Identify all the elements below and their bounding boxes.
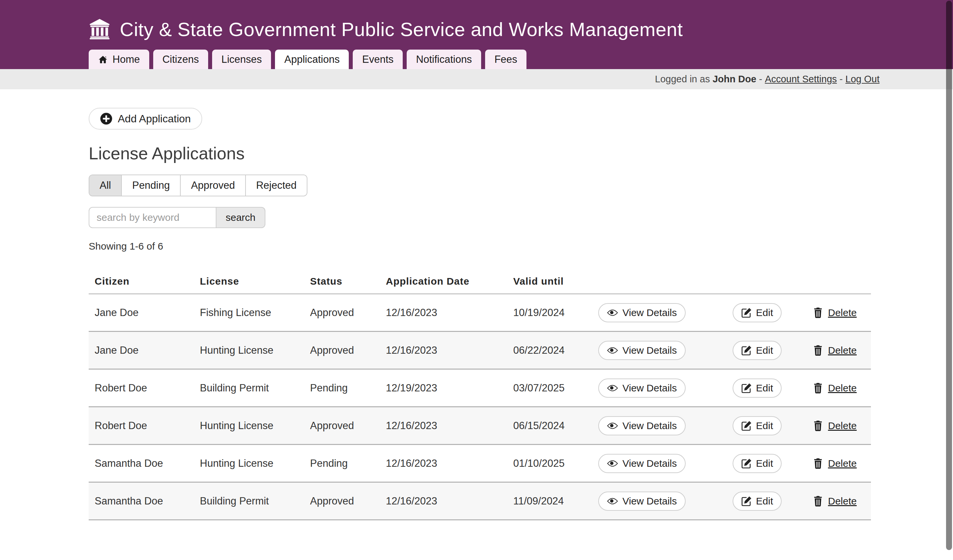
row-actions: View Details Edit bbox=[597, 454, 871, 473]
cell-license: Fishing License bbox=[200, 307, 310, 319]
view-details-button[interactable]: View Details bbox=[598, 416, 686, 435]
view-details-button[interactable]: View Details bbox=[598, 492, 686, 511]
applications-table: Citizen License Status Application Date … bbox=[88, 269, 871, 520]
edit-button[interactable]: Edit bbox=[733, 341, 782, 360]
home-icon bbox=[98, 54, 108, 65]
trash-icon bbox=[813, 307, 823, 318]
pencil-square-icon bbox=[741, 496, 752, 506]
edit-label: Edit bbox=[756, 382, 773, 394]
view-details-label: View Details bbox=[622, 495, 677, 507]
cell-citizen: Jane Doe bbox=[95, 307, 200, 319]
table-row: Samantha Doe Hunting License Pending 12/… bbox=[88, 445, 871, 483]
pencil-square-icon bbox=[741, 308, 752, 318]
cell-status: Approved bbox=[310, 495, 386, 507]
user-bar: Logged in as John Doe - Account Settings… bbox=[0, 69, 953, 89]
user-name: John Doe bbox=[712, 74, 756, 85]
delete-link[interactable]: Delete bbox=[813, 307, 857, 318]
cell-status: Approved bbox=[310, 420, 386, 432]
table-row: Robert Doe Hunting License Approved 12/1… bbox=[88, 407, 871, 445]
status-filter-group: All Pending Approved Rejected bbox=[88, 175, 307, 196]
main-content: Add Application License Applications All… bbox=[0, 89, 953, 520]
cell-citizen: Samantha Doe bbox=[95, 495, 200, 507]
filter-pending[interactable]: Pending bbox=[121, 175, 180, 196]
search-button[interactable]: search bbox=[216, 207, 265, 228]
cell-license: Building Permit bbox=[200, 382, 310, 394]
column-header-application-date: Application Date bbox=[386, 276, 513, 287]
tab-events[interactable]: Events bbox=[353, 50, 403, 69]
cell-license: Hunting License bbox=[200, 458, 310, 469]
view-details-label: View Details bbox=[622, 382, 677, 394]
tab-fees[interactable]: Fees bbox=[485, 50, 526, 69]
tab-home[interactable]: Home bbox=[88, 50, 149, 69]
pencil-square-icon bbox=[741, 383, 752, 393]
pencil-square-icon bbox=[741, 458, 752, 469]
table-body: Jane Doe Fishing License Approved 12/16/… bbox=[88, 294, 871, 520]
add-application-button[interactable]: Add Application bbox=[88, 108, 202, 130]
row-actions: View Details Edit bbox=[597, 416, 871, 435]
cell-license: Hunting License bbox=[200, 420, 310, 432]
delete-label: Delete bbox=[828, 458, 857, 469]
search-input[interactable] bbox=[88, 207, 216, 228]
row-actions: View Details Edit bbox=[597, 303, 871, 322]
trash-icon bbox=[813, 382, 823, 394]
delete-link[interactable]: Delete bbox=[813, 382, 857, 394]
cell-status: Approved bbox=[310, 307, 386, 319]
row-actions: View Details Edit bbox=[597, 379, 871, 398]
delete-link[interactable]: Delete bbox=[813, 495, 857, 507]
search-row: search bbox=[88, 207, 953, 228]
edit-button[interactable]: Edit bbox=[733, 379, 782, 398]
edit-button[interactable]: Edit bbox=[733, 303, 782, 322]
view-details-button[interactable]: View Details bbox=[598, 379, 686, 398]
edit-button[interactable]: Edit bbox=[733, 416, 782, 435]
tab-licenses[interactable]: Licenses bbox=[212, 50, 271, 69]
view-details-button[interactable]: View Details bbox=[598, 303, 686, 322]
eye-icon bbox=[607, 382, 618, 394]
cell-application-date: 12/16/2023 bbox=[386, 495, 513, 507]
cell-status: Approved bbox=[310, 345, 386, 356]
filter-rejected[interactable]: Rejected bbox=[245, 175, 307, 196]
trash-icon bbox=[813, 458, 823, 469]
table-row: Robert Doe Building Permit Pending 12/19… bbox=[88, 370, 871, 407]
delete-link[interactable]: Delete bbox=[813, 458, 857, 469]
edit-label: Edit bbox=[756, 495, 773, 507]
view-details-label: View Details bbox=[622, 307, 677, 318]
view-details-label: View Details bbox=[622, 458, 677, 469]
page-title: License Applications bbox=[88, 144, 953, 163]
trash-icon bbox=[813, 420, 823, 432]
pencil-square-icon bbox=[741, 421, 752, 431]
cell-citizen: Jane Doe bbox=[95, 345, 200, 356]
cell-license: Hunting License bbox=[200, 345, 310, 356]
cell-valid-until: 11/09/2024 bbox=[513, 495, 597, 507]
tab-citizens[interactable]: Citizens bbox=[153, 50, 208, 69]
site-header: City & State Government Public Service a… bbox=[0, 0, 953, 69]
view-details-button[interactable]: View Details bbox=[598, 454, 686, 473]
cell-citizen: Robert Doe bbox=[95, 420, 200, 432]
filter-all[interactable]: All bbox=[89, 175, 121, 196]
log-out-link[interactable]: Log Out bbox=[846, 74, 880, 85]
view-details-button[interactable]: View Details bbox=[598, 341, 686, 360]
edit-button[interactable]: Edit bbox=[733, 492, 782, 511]
eye-icon bbox=[607, 495, 618, 507]
scrollbar-thumb[interactable] bbox=[946, 1, 952, 550]
brand: City & State Government Public Service a… bbox=[0, 0, 953, 50]
delete-label: Delete bbox=[828, 420, 857, 432]
delete-label: Delete bbox=[828, 495, 857, 507]
cell-license: Building Permit bbox=[200, 495, 310, 507]
delete-link[interactable]: Delete bbox=[813, 345, 857, 356]
trash-icon bbox=[813, 345, 823, 356]
account-settings-link[interactable]: Account Settings bbox=[765, 74, 837, 85]
bank-icon bbox=[88, 18, 110, 40]
filter-approved[interactable]: Approved bbox=[180, 175, 245, 196]
edit-label: Edit bbox=[756, 307, 773, 318]
delete-label: Delete bbox=[828, 345, 857, 356]
cell-valid-until: 10/19/2024 bbox=[513, 307, 597, 319]
delete-link[interactable]: Delete bbox=[813, 420, 857, 432]
tab-applications[interactable]: Applications bbox=[275, 50, 349, 69]
table-row: Jane Doe Hunting License Approved 12/16/… bbox=[88, 332, 871, 370]
view-details-label: View Details bbox=[622, 420, 677, 432]
tab-notifications[interactable]: Notifications bbox=[407, 50, 481, 69]
edit-button[interactable]: Edit bbox=[733, 454, 782, 473]
cell-application-date: 12/16/2023 bbox=[386, 420, 513, 432]
cell-application-date: 12/16/2023 bbox=[386, 458, 513, 469]
eye-icon bbox=[607, 420, 618, 432]
